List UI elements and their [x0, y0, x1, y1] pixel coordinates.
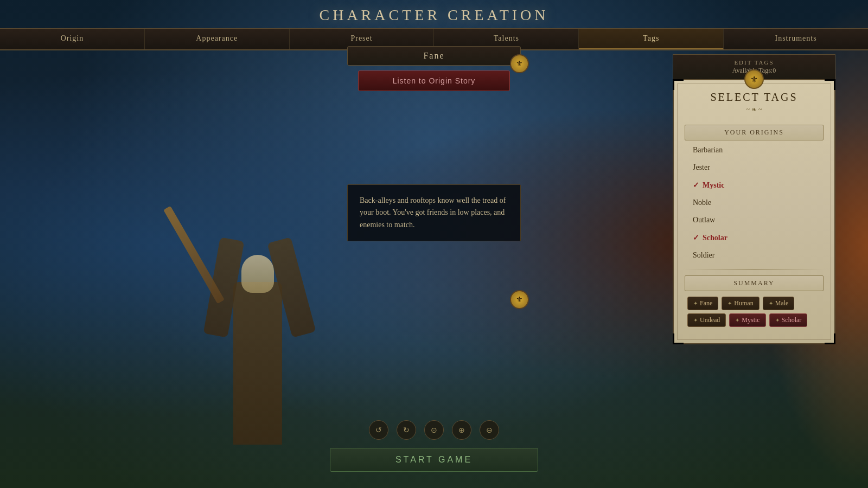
- edit-tags-title: EDIT TAGS: [678, 59, 831, 66]
- panel-button-1[interactable]: ⚜: [510, 54, 529, 73]
- character-name-bar: [347, 46, 521, 66]
- tooltip-box: Back-alleys and rooftops know well the t…: [347, 184, 521, 241]
- tag-star-undead: ✦: [693, 317, 698, 323]
- summary-tag-fane-label: Fane: [700, 299, 712, 307]
- tag-star-human: ✦: [727, 300, 732, 306]
- tag-mystic[interactable]: ✓ Mystic: [685, 176, 824, 194]
- summary-tag-scholar-label: Scholar: [782, 316, 802, 324]
- summary-tag-male-label: Male: [775, 299, 789, 307]
- zoom-in-button[interactable]: ⊕: [452, 420, 471, 440]
- your-origins-label: YOUR ORIGINS: [685, 125, 824, 140]
- rotate-left-button[interactable]: ↺: [369, 420, 388, 440]
- tag-star-mystic: ✦: [735, 317, 739, 323]
- tag-scholar-check: ✓: [693, 233, 699, 242]
- tag-barbarian-label: Barbarian: [693, 146, 723, 155]
- select-tags-title: SELECT TAGS: [679, 91, 829, 104]
- tooltip-text: Back-alleys and rooftops know well the t…: [360, 196, 506, 229]
- tag-mystic-check: ✓: [693, 181, 699, 190]
- camera-controls: ↺ ↻ ⊙ ⊕ ⊖: [369, 420, 499, 440]
- summary-tag-human[interactable]: ✦ Human: [722, 297, 759, 310]
- panel-divider-1: [685, 269, 824, 270]
- summary-tag-scholar[interactable]: ✦ Scholar: [769, 313, 808, 327]
- tab-origin[interactable]: Origin: [0, 29, 145, 49]
- tag-soldier-label: Soldier: [693, 251, 714, 260]
- summary-tag-undead[interactable]: ✦ Undead: [687, 313, 726, 327]
- summary-tag-mystic[interactable]: ✦ Mystic: [729, 313, 765, 327]
- corner-br: [825, 333, 835, 344]
- rotate-right-button[interactable]: ↻: [397, 420, 416, 440]
- tag-jester[interactable]: Jester: [685, 159, 824, 176]
- top-nav: CHARACTER CREATION Origin Appearance Pre…: [0, 0, 868, 50]
- summary-tag-male[interactable]: ✦ Male: [763, 297, 795, 310]
- tag-noble[interactable]: Noble: [685, 194, 824, 211]
- zoom-out-button[interactable]: ⊖: [480, 420, 499, 440]
- left-ornament: ⚜ ⚜: [510, 54, 529, 312]
- tag-star-scholar: ✦: [775, 317, 780, 323]
- origin-story-button[interactable]: Listen to Origin Story: [358, 70, 510, 91]
- tag-outlaw[interactable]: Outlaw: [685, 211, 824, 229]
- tab-appearance[interactable]: Appearance: [145, 29, 290, 49]
- tag-scholar[interactable]: ✓ Scholar: [685, 229, 824, 247]
- right-panel: EDIT TAGS Available Tags:0 ⚜ SELECT TAGS…: [673, 54, 835, 344]
- summary-tags: ✦ Fane ✦ Human ✦ Male ✦ Undead: [685, 297, 824, 327]
- panel-body: SELECT TAGS ~ ❧ ~ YOUR ORIGINS Barbarian…: [673, 79, 835, 344]
- tag-scholar-label: Scholar: [703, 234, 727, 242]
- character-name-input[interactable]: [347, 46, 521, 66]
- tab-tags[interactable]: Tags: [579, 29, 724, 49]
- panel-button-2[interactable]: ⚜: [510, 290, 529, 309]
- summary-tag-fane[interactable]: ✦ Fane: [687, 297, 718, 310]
- zoom-out-icon: ⊖: [486, 426, 493, 435]
- bottom-controls: ↺ ↻ ⊙ ⊕ ⊖ START GAME: [0, 420, 868, 472]
- summary-section: SUMMARY ✦ Fane ✦ Human ✦ Male: [685, 275, 824, 327]
- tag-star-male: ✦: [769, 300, 773, 306]
- tag-star-fane: ✦: [693, 300, 698, 306]
- summary-label: SUMMARY: [685, 275, 824, 291]
- tag-soldier[interactable]: Soldier: [685, 247, 824, 264]
- tag-noble-label: Noble: [693, 198, 711, 207]
- summary-tag-human-label: Human: [734, 299, 753, 307]
- your-origins-section: YOUR ORIGINS Barbarian Jester ✓ Mystic N…: [685, 125, 824, 264]
- gold-emblem: ⚜: [744, 69, 764, 89]
- corner-tr: [825, 79, 835, 90]
- camera-center-icon: ⊙: [431, 426, 437, 435]
- rotate-right-icon: ↻: [403, 426, 410, 435]
- zoom-in-icon: ⊕: [458, 426, 465, 435]
- corner-tl: [673, 79, 684, 90]
- tag-jester-label: Jester: [693, 163, 710, 172]
- summary-tag-undead-label: Undead: [700, 316, 720, 324]
- page-title: CHARACTER CREATION: [319, 0, 548, 28]
- summary-tag-mystic-label: Mystic: [742, 316, 760, 324]
- rotate-left-icon: ↺: [375, 426, 382, 435]
- tag-barbarian[interactable]: Barbarian: [685, 142, 824, 159]
- tag-mystic-label: Mystic: [703, 181, 724, 190]
- panel-frame: ⚜ SELECT TAGS ~ ❧ ~ YOUR ORIGINS Barbari…: [673, 79, 835, 344]
- corner-bl: [673, 333, 684, 344]
- select-tags-ornament: ~ ❧ ~: [679, 106, 829, 114]
- tag-outlaw-label: Outlaw: [693, 216, 715, 224]
- start-game-button[interactable]: START GAME: [330, 448, 538, 472]
- tab-instruments[interactable]: Instruments: [724, 29, 868, 49]
- camera-center-button[interactable]: ⊙: [424, 420, 444, 440]
